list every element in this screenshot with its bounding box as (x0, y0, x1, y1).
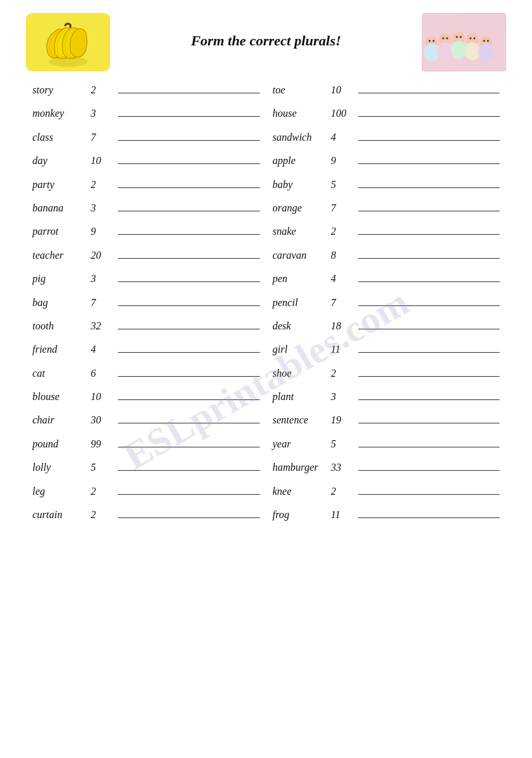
answer-line (118, 163, 260, 164)
number-label: 3 (91, 106, 117, 121)
babies-placeholder (422, 13, 506, 71)
number-label: 9 (331, 154, 357, 168)
answer-line (358, 423, 500, 423)
answer-line (118, 376, 260, 377)
word-label: frog (273, 508, 331, 522)
word-label: snake (273, 224, 331, 239)
list-item: toe 10 (273, 83, 500, 97)
number-label: 3 (331, 390, 357, 404)
word-label: friend (32, 342, 91, 357)
list-item: class 7 (32, 130, 260, 145)
list-item: sentence 19 (273, 413, 500, 427)
word-label: pencil (273, 296, 331, 310)
svg-point-21 (487, 40, 489, 42)
answer-line (358, 470, 500, 471)
word-label: orange (273, 201, 331, 215)
answer-line (358, 234, 500, 235)
answer-line (358, 376, 500, 377)
number-label: 2 (331, 224, 357, 239)
number-label: 32 (91, 319, 117, 333)
word-label: bag (32, 296, 91, 310)
number-label: 7 (331, 201, 357, 215)
number-label: 4 (331, 272, 357, 286)
list-item: desk 18 (273, 319, 500, 333)
svg-point-7 (424, 43, 439, 62)
word-label: story (32, 83, 91, 97)
number-label: 9 (91, 224, 117, 239)
number-label: 2 (331, 484, 357, 499)
word-label: toe (273, 83, 331, 97)
list-item: banana 3 (32, 201, 260, 215)
svg-point-19 (474, 38, 476, 40)
word-label: leg (32, 484, 91, 499)
svg-point-18 (470, 38, 472, 40)
answer-line (358, 329, 500, 329)
word-label: curtain (32, 508, 91, 522)
answer-line (358, 352, 500, 353)
word-label: year (273, 437, 331, 451)
word-label: tooth (32, 319, 91, 333)
number-label: 20 (91, 248, 117, 263)
number-label: 11 (331, 508, 357, 522)
answer-line (358, 163, 500, 164)
number-label: 8 (331, 248, 357, 263)
word-label: teacher (32, 248, 91, 263)
number-label: 4 (331, 130, 357, 145)
answer-line (118, 470, 260, 471)
svg-point-13 (433, 40, 435, 42)
list-item: story 2 (32, 83, 260, 97)
word-label: pound (32, 437, 91, 451)
list-item: teacher 20 (32, 248, 260, 263)
list-item: pen 4 (273, 272, 500, 286)
list-item: pig 3 (32, 272, 260, 286)
word-label: sentence (273, 413, 331, 427)
list-item: leg 2 (32, 484, 260, 499)
list-item: pound 99 (32, 437, 260, 451)
number-label: 7 (91, 296, 117, 310)
word-label: girl (273, 342, 331, 357)
answer-line (358, 399, 500, 400)
banana-image (26, 13, 110, 71)
svg-point-14 (443, 38, 445, 40)
list-item: knee 2 (273, 484, 500, 499)
answer-line (358, 93, 500, 93)
list-item: year 5 (273, 437, 500, 451)
babies-image (422, 13, 506, 71)
word-label: pen (273, 272, 331, 286)
answer-line (358, 494, 500, 495)
answer-line (118, 234, 260, 235)
list-item: pencil 7 (273, 296, 500, 310)
list-item: bag 7 (32, 296, 260, 310)
svg-point-9 (451, 41, 467, 59)
list-item: plant 3 (273, 390, 500, 404)
list-item: blouse 10 (32, 390, 260, 404)
number-label: 33 (331, 460, 357, 475)
answer-line (358, 211, 500, 211)
list-item: sandwich 4 (273, 130, 500, 145)
svg-point-16 (456, 36, 458, 38)
list-item: cat 6 (32, 366, 260, 381)
left-column: story 2 monkey 3 class 7 day 10 party 2 … (26, 83, 266, 531)
answer-line (118, 329, 260, 329)
number-label: 10 (91, 390, 117, 404)
svg-point-10 (465, 42, 480, 60)
answer-line (358, 305, 500, 306)
number-label: 18 (331, 319, 357, 333)
svg-point-20 (483, 40, 485, 42)
number-label: 7 (91, 130, 117, 145)
svg-point-12 (429, 40, 431, 42)
number-label: 2 (331, 366, 357, 381)
number-label: 30 (91, 413, 117, 427)
list-item: party 2 (32, 178, 260, 192)
answer-line (118, 447, 260, 447)
list-item: friend 4 (32, 342, 260, 357)
answer-line (118, 352, 260, 353)
number-label: 100 (331, 106, 357, 121)
number-label: 5 (91, 460, 117, 475)
answer-line (118, 93, 260, 93)
word-label: knee (273, 484, 331, 499)
answer-line (358, 187, 500, 188)
number-label: 3 (91, 201, 117, 215)
word-label: caravan (273, 248, 331, 263)
answer-line (358, 140, 500, 141)
